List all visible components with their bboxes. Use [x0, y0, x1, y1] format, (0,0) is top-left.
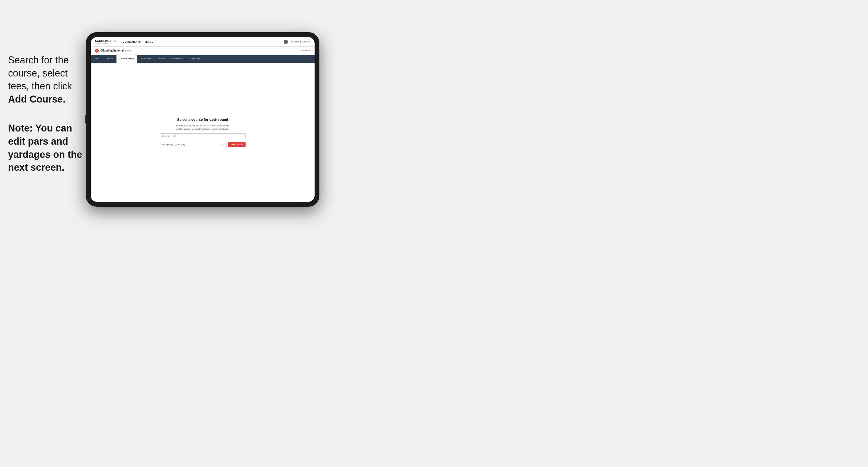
user-avatar: [284, 40, 288, 44]
cancel-button[interactable]: Cancel ✕: [301, 50, 310, 52]
sign-out-link[interactable]: Sign out: [303, 40, 310, 43]
tab-results[interactable]: Results: [154, 55, 168, 63]
tab-printables[interactable]: Printables: [188, 55, 204, 63]
annotation-note2: edit pars and: [8, 136, 68, 147]
nav-links: TOURNAMENTS TEAMS: [121, 40, 284, 43]
annotation-line3: tees, then click: [8, 81, 72, 92]
main-content: Select a course for each round Search fo…: [91, 63, 315, 202]
tab-details[interactable]: Details: [91, 55, 103, 63]
tablet-device: SCOREBOARD Powered by clippd TOURNAMENTS…: [86, 32, 319, 207]
course-section: Select a course for each round Search fo…: [160, 118, 246, 147]
nav-tournaments[interactable]: TOURNAMENTS: [121, 40, 141, 43]
annotation-note4: next screen.: [8, 162, 64, 173]
tab-course-setup[interactable]: Course Setup: [117, 55, 137, 63]
top-navbar: SCOREBOARD Powered by clippd TOURNAMENTS…: [91, 37, 315, 47]
tab-teams[interactable]: Teams: [103, 55, 117, 63]
power-button: [85, 116, 86, 123]
tournament-header: C Clippd Invitational (Men) Cancel ✕: [91, 47, 315, 55]
tournament-badge: (Men): [125, 50, 131, 52]
logo-text: SCOREBOARD: [95, 39, 116, 42]
annotation-note1: Note: You can: [8, 123, 72, 134]
tournament-icon: C: [95, 49, 99, 53]
add-course-button[interactable]: Add Course: [228, 142, 246, 147]
tee-select-value: Gold (M) (M) (7010 yds): [162, 143, 185, 146]
nav-separator: |: [300, 40, 301, 43]
tee-select[interactable]: Gold (M) (M) (7010 yds) ✕ ⌄: [160, 142, 226, 147]
course-search-input[interactable]: [160, 133, 246, 139]
tab-leaderboards[interactable]: Leaderboards: [168, 55, 188, 63]
tournament-name: Clippd Invitational: [100, 49, 124, 52]
tournament-title: C Clippd Invitational (Men): [95, 49, 131, 53]
logo-area: SCOREBOARD Powered by clippd: [95, 39, 116, 44]
annotation-note3: yardages on the: [8, 149, 82, 160]
section-title: Select a course for each round: [177, 118, 228, 122]
user-name: Test User: [289, 40, 299, 43]
section-description: Search for a course and select a tee. Yo…: [176, 124, 229, 131]
left-annotation: Search for the course, select tees, then…: [8, 54, 83, 174]
tee-selector-row: Gold (M) (M) (7010 yds) ✕ ⌄ Add Course: [160, 142, 246, 147]
tab-tee-groups[interactable]: Tee Groups: [137, 55, 154, 63]
annotation-line1: Search for the: [8, 55, 69, 65]
nav-teams[interactable]: TEAMS: [145, 40, 153, 43]
tee-select-icons: ✕ ⌄: [220, 143, 224, 146]
tab-bar: Details Teams Course Setup Tee Groups Re…: [91, 55, 315, 63]
annotation-bold: Add Course.: [8, 94, 65, 105]
logo-sub: Powered by clippd: [95, 42, 116, 44]
tablet-screen: SCOREBOARD Powered by clippd TOURNAMENTS…: [91, 37, 315, 202]
user-area: Test User | Sign out: [284, 40, 310, 44]
annotation-line2: course, select: [8, 68, 68, 79]
